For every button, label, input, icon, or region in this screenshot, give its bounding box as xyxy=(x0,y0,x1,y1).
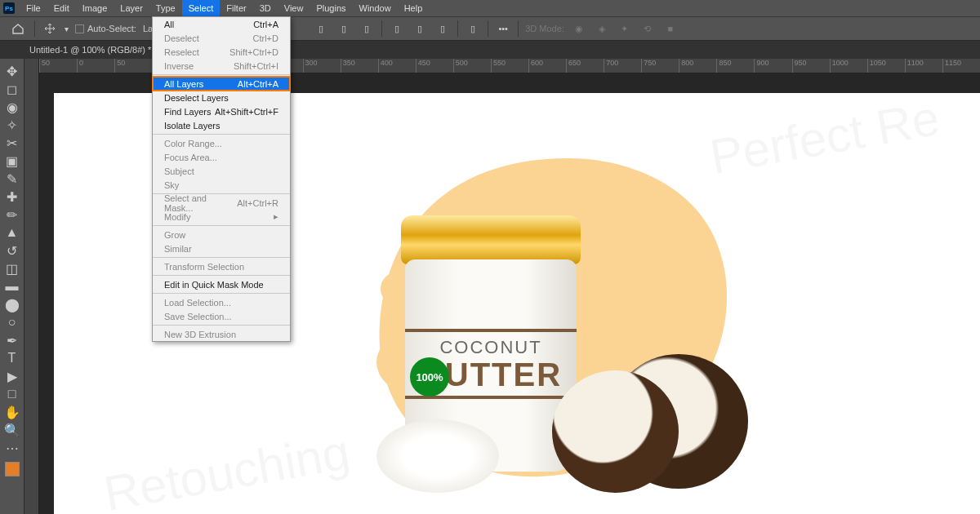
ruler-mark: 1050 xyxy=(867,59,905,73)
dodge-tool[interactable]: ○ xyxy=(2,313,22,331)
document-tab-bar: Untitled-1 @ 100% (RGB/8#) * xyxy=(0,41,980,59)
menu-item-subject: Subject xyxy=(153,164,290,178)
ruler-mark: 1100 xyxy=(905,59,942,73)
select-menu-dropdown: AllCtrl+ADeselectCtrl+DReselectShift+Ctr… xyxy=(152,16,291,342)
ruler-mark: 500 xyxy=(453,59,491,73)
3d-icon-2[interactable]: ◈ xyxy=(594,20,610,37)
menu-item-grow: Grow xyxy=(153,228,290,241)
menu-item-deselect-layers[interactable]: Deselect Layers xyxy=(153,91,290,104)
3d-icon-3[interactable]: ✦ xyxy=(617,20,633,37)
product-label-line1: COCONUT xyxy=(405,337,577,358)
shape-tool[interactable]: □ xyxy=(2,385,22,403)
align-center-h-icon[interactable]: ▯ xyxy=(336,20,352,37)
zoom-tool[interactable]: 🔍 xyxy=(2,421,22,439)
align-center-v-icon[interactable]: ▯ xyxy=(412,20,428,37)
lasso-tool[interactable]: ◉ xyxy=(2,98,22,116)
menu-image[interactable]: Image xyxy=(76,0,114,16)
menu-filter[interactable]: Filter xyxy=(220,0,252,16)
ruler-mark: 550 xyxy=(491,59,528,73)
menu-window[interactable]: Window xyxy=(353,0,398,16)
watermark: Retouching xyxy=(100,423,354,514)
ruler-mark: 450 xyxy=(416,59,453,73)
menu-item-reselect: ReselectShift+Ctrl+D xyxy=(153,45,290,59)
menu-help[interactable]: Help xyxy=(398,0,430,16)
ruler-mark: 850 xyxy=(716,59,754,73)
move-tool-icon[interactable] xyxy=(42,20,58,37)
ruler-mark: 600 xyxy=(528,59,566,73)
more-icon[interactable]: ••• xyxy=(495,20,511,37)
ruler-mark: 750 xyxy=(641,59,679,73)
ruler-mark: 1150 xyxy=(942,59,980,73)
align-top-icon[interactable]: ▯ xyxy=(389,20,405,37)
auto-select-checkbox[interactable]: Auto-Select: xyxy=(75,24,136,33)
menu-item-deselect: DeselectCtrl+D xyxy=(153,31,290,45)
toolbox: ✥ ◻ ◉ ✧ ✂ ▣ ✎ ✚ ✏ ▲ ↺ ◫ ▬ ⬤ ○ ✒ T ▶ □ ✋ … xyxy=(0,59,24,514)
3d-icon-4[interactable]: ⟲ xyxy=(639,20,656,37)
menu-view[interactable]: View xyxy=(278,0,310,16)
ruler-mark: 0 xyxy=(77,59,114,73)
edit-toolbar[interactable]: ⋯ xyxy=(2,439,22,457)
ruler-mark: 300 xyxy=(303,59,341,73)
align-left-icon[interactable]: ▯ xyxy=(313,20,329,37)
ruler-mark: 800 xyxy=(679,59,716,73)
ruler-mark: 50 xyxy=(114,59,152,73)
menu-item-new-3d-extrusion: New 3D Extrusion xyxy=(153,327,290,341)
menu-item-color-range-: Color Range... xyxy=(153,136,290,150)
home-icon[interactable] xyxy=(8,19,28,38)
menu-item-edit-in-quick-mask-mode[interactable]: Edit in Quick Mask Mode xyxy=(153,277,290,291)
ruler-mark: 900 xyxy=(754,59,791,73)
hand-tool[interactable]: ✋ xyxy=(2,403,22,421)
coconut-image xyxy=(552,370,679,493)
menu-item-find-layers[interactable]: Find LayersAlt+Shift+Ctrl+F xyxy=(153,104,290,118)
ruler-mark: 350 xyxy=(341,59,378,73)
ruler-mark: 950 xyxy=(792,59,830,73)
menu-item-select-and-mask-: Select and Mask...Alt+Ctrl+R xyxy=(153,196,290,210)
blur-tool[interactable]: ⬤ xyxy=(2,295,22,313)
menu-plugins[interactable]: Plugins xyxy=(310,0,352,16)
coconut-flakes xyxy=(376,419,499,493)
history-brush-tool[interactable]: ↺ xyxy=(2,241,22,259)
ruler-mark: 400 xyxy=(378,59,416,73)
menu-type[interactable]: Type xyxy=(149,0,182,16)
foreground-color[interactable] xyxy=(5,462,20,476)
menu-item-all-layers[interactable]: All LayersAlt+Ctrl+A xyxy=(153,77,290,91)
product-badge: 100% xyxy=(410,357,449,397)
eyedropper-tool[interactable]: ✎ xyxy=(2,170,22,188)
menu-item-inverse: InverseShift+Ctrl+I xyxy=(153,59,290,73)
menu-item-all[interactable]: AllCtrl+A xyxy=(153,17,290,31)
heal-tool[interactable]: ✚ xyxy=(2,188,22,206)
menubar: Ps FileEditImageLayerTypeSelectFilter3DV… xyxy=(0,0,980,16)
menu-item-isolate-layers[interactable]: Isolate Layers xyxy=(153,118,290,132)
3d-mode-label: 3D Mode: xyxy=(525,24,564,33)
align-right-icon[interactable]: ▯ xyxy=(359,20,375,37)
menu-file[interactable]: File xyxy=(20,0,47,16)
ruler-mark: 1000 xyxy=(830,59,867,73)
brush-tool[interactable]: ✏ xyxy=(2,206,22,224)
stamp-tool[interactable]: ▲ xyxy=(2,224,22,241)
path-select-tool[interactable]: ▶ xyxy=(2,367,22,385)
menu-item-transform-selection: Transform Selection xyxy=(153,259,290,273)
eraser-tool[interactable]: ◫ xyxy=(2,259,22,277)
type-tool[interactable]: T xyxy=(2,349,22,367)
menu-edit[interactable]: Edit xyxy=(47,0,76,16)
crop-tool[interactable]: ✂ xyxy=(2,134,22,152)
menu-select[interactable]: Select xyxy=(182,0,220,16)
ruler-mark: 700 xyxy=(604,59,641,73)
marquee-tool[interactable]: ◻ xyxy=(2,80,22,98)
options-bar: ▾ Auto-Select: La ▯ ▯ ▯ ▯ ▯ ▯ ▯ ••• 3D M… xyxy=(0,16,980,41)
photoshop-icon: Ps xyxy=(3,2,15,14)
move-tool[interactable]: ✥ xyxy=(2,62,22,80)
3d-icon-5[interactable]: ■ xyxy=(662,20,679,37)
3d-icon-1[interactable]: ◉ xyxy=(571,20,587,37)
align-bottom-icon[interactable]: ▯ xyxy=(434,20,451,37)
document-tab[interactable]: Untitled-1 @ 100% (RGB/8#) * xyxy=(29,45,151,55)
menu-item-save-selection-: Save Selection... xyxy=(153,309,290,323)
menu-item-load-selection-: Load Selection... xyxy=(153,295,290,309)
pen-tool[interactable]: ✒ xyxy=(2,331,22,349)
menu-3d[interactable]: 3D xyxy=(253,0,278,16)
menu-layer[interactable]: Layer xyxy=(114,0,149,16)
distribute-icon[interactable]: ▯ xyxy=(465,20,481,37)
gradient-tool[interactable]: ▬ xyxy=(2,277,22,295)
wand-tool[interactable]: ✧ xyxy=(2,116,22,134)
frame-tool[interactable]: ▣ xyxy=(2,152,22,170)
